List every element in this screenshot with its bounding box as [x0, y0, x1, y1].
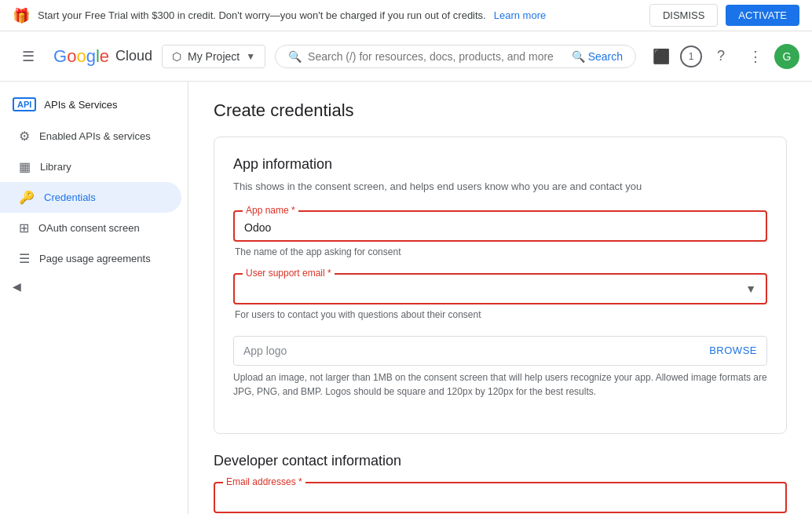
sidebar-collapse[interactable]: ◀	[0, 274, 188, 299]
search-button[interactable]: 🔍 Search	[572, 50, 623, 63]
dismiss-button[interactable]: DISMISS	[649, 4, 718, 27]
search-bar: 🔍 🔍 Search	[275, 45, 636, 68]
user-avatar[interactable]: G	[774, 44, 799, 69]
credentials-icon: 🔑	[19, 190, 35, 205]
email-field-label: Email addresses *	[223, 476, 305, 487]
search-icon: 🔍	[288, 50, 302, 63]
search-btn-icon: 🔍	[572, 50, 585, 63]
notification-badge[interactable]: 1	[680, 46, 702, 67]
library-icon: ▦	[19, 159, 31, 174]
main-layout: API APIs & Services ⚙ Enabled APIs & ser…	[0, 82, 812, 514]
chevron-down-icon: ▼	[246, 51, 255, 62]
top-banner: 🎁 Start your Free Trial with $300 in cre…	[0, 0, 812, 31]
sidebar-item-oauth[interactable]: ⊞ OAuth consent screen	[0, 213, 181, 243]
logo-hint: Upload an image, not larger than 1MB on …	[233, 370, 767, 399]
email-field-wrapper: Email addresses *	[214, 482, 787, 513]
oauth-icon: ⊞	[19, 221, 29, 235]
collapse-icon: ◀	[13, 280, 21, 293]
enabled-icon: ⚙	[19, 129, 30, 144]
app-info-desc: This shows in the consent screen, and he…	[233, 179, 767, 195]
sidebar-item-label: Library	[40, 161, 71, 173]
google-logo: Google	[53, 46, 109, 67]
main-content: Create credentials App information This …	[188, 82, 812, 514]
search-input[interactable]	[308, 50, 565, 63]
project-icon: ⬡	[172, 50, 181, 63]
sidebar-item-credentials[interactable]: 🔑 Credentials	[0, 182, 181, 213]
user-support-label: User support email *	[243, 268, 335, 279]
app-name-wrapper: App name *	[233, 210, 767, 242]
banner-text: Start your Free Trial with $300 in credi…	[38, 9, 486, 21]
google-cloud-logo[interactable]: Google Cloud	[53, 46, 152, 67]
terminal-icon-button[interactable]: ⬛	[646, 41, 677, 72]
app-info-section: App information This shows in the consen…	[214, 137, 787, 434]
app-logo-wrapper: App logo BROWSE	[233, 336, 767, 366]
sidebar-item-enabled[interactable]: ⚙ Enabled APIs & services	[0, 121, 181, 151]
app-logo-group: App logo BROWSE Upload an image, not lar…	[233, 336, 767, 399]
app-name-label: App name *	[243, 205, 298, 216]
user-support-wrapper: User support email * ▼	[233, 273, 767, 304]
project-selector[interactable]: ⬡ My Project ▼	[162, 45, 265, 68]
app-name-input[interactable]	[244, 218, 756, 234]
app-info-title: App information	[233, 156, 767, 173]
cloud-text: Cloud	[115, 48, 152, 64]
project-name: My Project	[188, 50, 240, 63]
sidebar-item-label: Credentials	[44, 191, 96, 203]
dev-contact-title: Developer contact information	[214, 453, 787, 469]
page-usage-icon: ☰	[19, 251, 30, 266]
app-logo-label: App logo	[243, 344, 287, 357]
browse-button[interactable]: BROWSE	[709, 344, 757, 356]
help-icon-button[interactable]: ?	[705, 41, 737, 72]
sidebar-item-label: Page usage agreements	[39, 253, 151, 264]
sidebar-item-label: OAuth consent screen	[38, 222, 140, 234]
sidebar-item-label: Enabled APIs & services	[39, 130, 151, 142]
page-title: Create credentials	[214, 100, 787, 121]
sidebar: API APIs & Services ⚙ Enabled APIs & ser…	[0, 82, 188, 514]
user-support-group: User support email * ▼ For users to cont…	[233, 273, 767, 320]
hamburger-menu[interactable]: ☰	[13, 41, 44, 72]
api-badge: API	[13, 97, 36, 111]
header: ☰ Google Cloud ⬡ My Project ▼ 🔍 🔍 Search…	[0, 31, 812, 82]
activate-button[interactable]: ACTIVATE	[726, 5, 799, 26]
user-support-hint: For users to contact you with questions …	[233, 309, 767, 320]
dev-contact-section: Developer contact information Email addr…	[214, 453, 787, 515]
app-name-group: App name * The name of the app asking fo…	[233, 210, 767, 257]
learn-more-link[interactable]: Learn more	[494, 9, 546, 21]
app-name-hint: The name of the app asking for consent	[233, 246, 767, 257]
sidebar-item-library[interactable]: ▦ Library	[0, 151, 181, 182]
sidebar-header: API APIs & Services	[0, 88, 188, 121]
sidebar-section-title: APIs & Services	[44, 99, 117, 111]
header-icons: ⬛ 1 ? ⋮ G	[646, 41, 799, 72]
email-input[interactable]	[225, 490, 776, 505]
user-support-select[interactable]	[244, 281, 756, 297]
sidebar-item-page-usage[interactable]: ☰ Page usage agreements	[0, 243, 181, 274]
gift-icon: 🎁	[13, 7, 30, 24]
more-options-button[interactable]: ⋮	[740, 41, 771, 72]
